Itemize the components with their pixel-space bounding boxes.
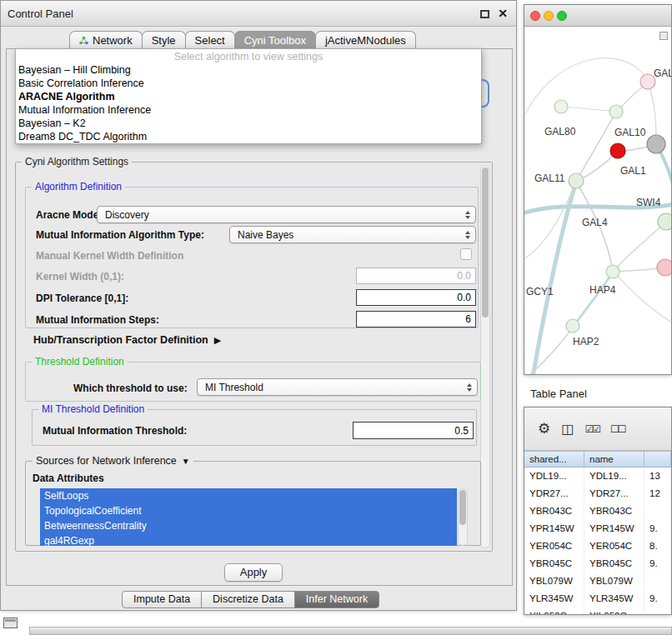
table-cell: YER054C	[524, 538, 584, 555]
mac-close-button[interactable]	[530, 11, 540, 21]
algorithm-definition-title: Algorithm Definition	[32, 181, 125, 192]
deselect-all-icon[interactable]: ☐☐	[610, 423, 625, 435]
sources-group: Sources for Network Inference ▼ Data Att…	[25, 461, 481, 546]
bottom-tab-discretize-data[interactable]: Discretize Data	[201, 591, 295, 608]
table-cell: YLR345W	[524, 590, 584, 608]
list-item-topologicalcoefficient[interactable]: TopologicalCoefficient	[40, 503, 457, 518]
svg-text:GAL11: GAL11	[534, 172, 565, 184]
network-graph-icon	[79, 36, 88, 45]
bottom-tab-infer-network[interactable]: Infer Network	[294, 591, 379, 608]
table-row[interactable]: YPR145WYPR145W9.	[524, 520, 671, 538]
threshold-definition-group: Threshold Definition Which threshold to …	[25, 362, 481, 402]
table-cell: YBR045C	[584, 555, 644, 572]
mac-minimize-button[interactable]	[544, 11, 554, 21]
table-cell: YBR045C	[524, 555, 584, 572]
manual-kernel-label: Manual Kernel Width Definition	[36, 250, 183, 262]
table-cell: 8.	[644, 538, 671, 555]
tab-select[interactable]: Select	[185, 31, 235, 49]
table-cell: YPR145W	[524, 520, 584, 538]
dropdown-item-dream8-dc-tdc-algorithm[interactable]: Dream8 DC_TDC Algorithm	[16, 130, 481, 143]
table-panel-label: Table Panel	[530, 388, 587, 400]
settings-scrollbar[interactable]	[480, 165, 490, 548]
threshold-type-select[interactable]: MI Threshold	[197, 378, 478, 396]
manual-kernel-checkbox[interactable]	[460, 248, 472, 260]
svg-text:HAP4: HAP4	[589, 284, 616, 296]
kernel-width-label: Kernel Width (0,1):	[36, 271, 124, 282]
birdseye-toggle[interactable]	[659, 32, 668, 40]
aracne-mode-select[interactable]: Discovery	[97, 206, 476, 223]
gear-icon[interactable]: ⚙	[538, 420, 550, 438]
table-header-row: shared...name	[524, 451, 671, 468]
table-row[interactable]: YBL079WYBL079W	[524, 572, 671, 590]
select-all-icon[interactable]: ☑☑	[584, 423, 599, 435]
control-panel-title: Control Panel	[8, 8, 73, 20]
hub-definition-label: Hub/Transcription Factor Definition	[33, 334, 208, 346]
table-row[interactable]: YDR27...YDR27...12	[524, 485, 671, 502]
tab-network[interactable]: Network	[69, 31, 143, 49]
columns-icon[interactable]: ◫	[561, 421, 574, 437]
dropdown-item-bayesian-hill-climbing[interactable]: Bayesian – Hill Climbing	[16, 63, 481, 77]
table-row[interactable]: YER054CYER054C8.	[524, 538, 671, 555]
desktop: Control Panel ✕ NetworkStyleSelectCyni T…	[0, 0, 672, 635]
column-header-extra[interactable]	[644, 452, 671, 468]
list-item-betweennesscentrality[interactable]: BetweennessCentrality	[40, 518, 457, 533]
table-cell: YBR043C	[584, 502, 644, 520]
network-window-titlebar	[524, 5, 671, 27]
hub-definition-toggle[interactable]: Hub/Transcription Factor Definition ▶	[33, 333, 221, 347]
control-panel-titlebar: Control Panel ✕	[1, 1, 516, 27]
dropdown-item-basic-correlation-inference[interactable]: Basic Correlation Inference	[16, 77, 481, 90]
bottom-collapsed-panel[interactable]	[29, 627, 672, 635]
tab-jactivemnodules[interactable]: jActiveMNodules	[315, 31, 416, 49]
table-row[interactable]: YBR045CYBR045C9.	[524, 555, 671, 572]
column-header-name[interactable]: name	[584, 452, 644, 468]
table-cell: 9.	[644, 520, 671, 538]
restore-panel-icon[interactable]	[3, 618, 18, 628]
tab-style[interactable]: Style	[142, 31, 186, 49]
list-item-gal4rgexp[interactable]: gal4RGexp	[40, 533, 457, 546]
table-cell: YIL052C	[584, 608, 644, 614]
tab-cyni-toolbox[interactable]: Cyni Toolbox	[234, 31, 316, 49]
table-cell: YBL079W	[524, 572, 584, 590]
table-cell: 9.	[644, 555, 671, 572]
mi-threshold-definition-group: MI Threshold Definition Mutual Informati…	[32, 409, 477, 446]
aracne-mode-value: Discovery	[105, 209, 149, 221]
apply-button[interactable]: Apply	[224, 563, 283, 582]
dropdown-item-bayesian-k2[interactable]: Bayesian – K2	[16, 117, 481, 130]
bottom-tab-impute-data[interactable]: Impute Data	[122, 591, 202, 608]
list-scrollbar[interactable]	[458, 488, 468, 546]
cyni-algorithm-settings-group: Cyni Algorithm Settings Algorithm Defini…	[15, 162, 493, 552]
float-window-icon[interactable]	[480, 10, 489, 18]
settings-scrollbar-thumb[interactable]	[482, 168, 489, 318]
mi-steps-input[interactable]	[356, 311, 476, 328]
table-cell: YLR345W	[584, 590, 644, 608]
algorithm-dropdown-popup: Select algorithm to view settings Bayesi…	[15, 48, 482, 144]
kernel-width-input[interactable]	[356, 268, 476, 284]
tab-label: jActiveMNodules	[325, 34, 406, 47]
table-row[interactable]: YBR043CYBR043C	[524, 502, 671, 520]
dropdown-placeholder: Select algorithm to view settings	[16, 50, 481, 63]
network-canvas-svg[interactable]: GALGAL80GAL10GAL11GAL1SWI4GAL4GCY1HAP4HA…	[524, 27, 671, 374]
list-item-selfloops[interactable]: SelfLoops	[40, 488, 457, 503]
column-header-shared[interactable]: shared...	[524, 452, 584, 468]
control-panel-window: Control Panel ✕ NetworkStyleSelectCyni T…	[0, 0, 517, 611]
table-cell: YDR27...	[584, 485, 644, 502]
dpi-tolerance-input[interactable]	[356, 289, 476, 306]
mac-zoom-button[interactable]	[557, 11, 567, 21]
mi-type-select[interactable]: Naive Bayes	[229, 226, 476, 243]
mi-type-label: Mutual Information Algorithm Type:	[36, 229, 204, 241]
dpi-tolerance-label: DPI Tolerance [0,1]:	[36, 292, 128, 304]
dropdown-item-mutual-information-inference[interactable]: Mutual Information Inference	[16, 103, 481, 117]
table-cell: 13	[644, 468, 671, 485]
dropdown-item-aracne-algorithm[interactable]: ARACNE Algorithm	[16, 90, 481, 103]
network-view-window: GALGAL80GAL10GAL11GAL1SWI4GAL4GCY1HAP4HA…	[524, 4, 672, 375]
table-cell: 12	[644, 485, 671, 502]
table-row[interactable]: YIL052CYIL052C	[524, 608, 671, 614]
table-row[interactable]: YLR345WYLR345W9.	[524, 590, 671, 608]
sources-toggle[interactable]: Sources for Network Inference ▼	[33, 455, 193, 467]
tab-label: Network	[93, 34, 133, 47]
list-scrollbar-thumb[interactable]	[459, 490, 466, 525]
close-window-icon[interactable]: ✕	[498, 7, 508, 20]
mi-threshold-input[interactable]	[353, 422, 474, 439]
settings-group-title: Cyni Algorithm Settings	[22, 156, 132, 168]
table-row[interactable]: YDL19...YDL19...13	[524, 468, 671, 485]
